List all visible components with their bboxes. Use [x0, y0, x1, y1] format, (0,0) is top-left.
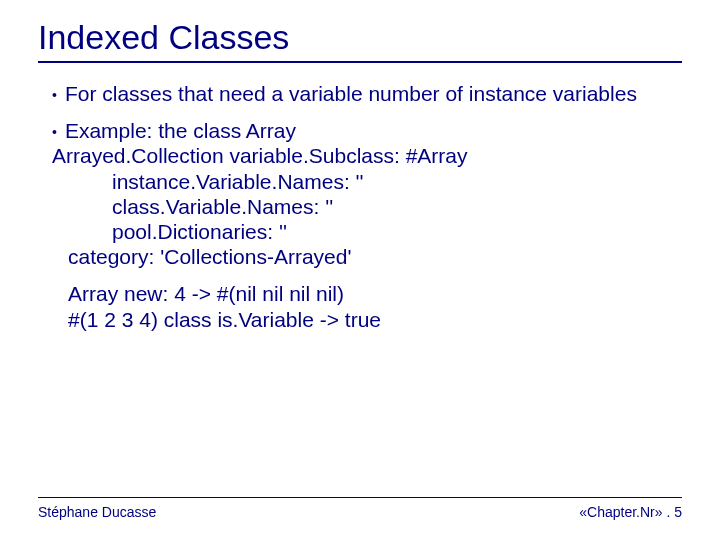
code-line: Arrayed.Collection variable.Subclass: #A… — [52, 143, 682, 168]
code-line: class.Variable.Names: '' — [112, 194, 682, 219]
slide-footer: Stéphane Ducasse «Chapter.Nr» . 5 — [38, 497, 682, 520]
code-line: category: 'Collections-Arrayed' — [68, 244, 682, 269]
bullet-text: Example: the class Array — [65, 118, 682, 143]
code-line: #(1 2 3 4) class is.Variable -> true — [68, 307, 682, 332]
title-divider — [38, 61, 682, 63]
bullet-text: For classes that need a variable number … — [65, 81, 682, 106]
slide-title: Indexed Classes — [38, 18, 682, 57]
bullet-icon: • — [52, 124, 57, 141]
bullet-icon: • — [52, 87, 57, 104]
code-block-example: Array new: 4 -> #(nil nil nil nil) #(1 2… — [68, 281, 682, 331]
footer-page: «Chapter.Nr» . 5 — [579, 504, 682, 520]
bullet-item: • For classes that need a variable numbe… — [52, 81, 682, 106]
code-block-definition: Arrayed.Collection variable.Subclass: #A… — [52, 143, 682, 269]
footer-divider — [38, 497, 682, 498]
code-line: instance.Variable.Names: '' — [112, 169, 682, 194]
slide-content: • For classes that need a variable numbe… — [52, 81, 682, 332]
code-line: pool.Dictionaries: '' — [112, 219, 682, 244]
footer-author: Stéphane Ducasse — [38, 504, 156, 520]
bullet-item: • Example: the class Array — [52, 118, 682, 143]
footer-row: Stéphane Ducasse «Chapter.Nr» . 5 — [38, 504, 682, 520]
code-line: Array new: 4 -> #(nil nil nil nil) — [68, 281, 682, 306]
slide: Indexed Classes • For classes that need … — [0, 0, 720, 540]
